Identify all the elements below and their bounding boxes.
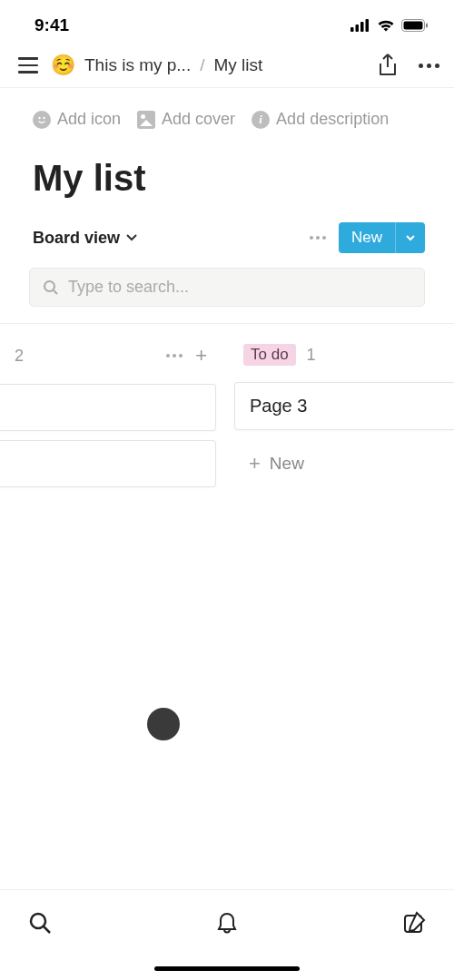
battery-icon [401,19,429,32]
new-card-label: New [270,454,304,474]
info-icon: i [252,111,270,129]
plus-icon: + [249,452,261,475]
board-column-todo: To do 1 Page 3 + New [216,344,454,496]
view-selector[interactable]: Board view [33,229,138,248]
chevron-down-icon [125,233,138,242]
add-description-label: Add description [276,110,389,129]
parent-page-emoji: ☺️ [51,54,75,77]
wifi-icon [377,19,395,32]
view-bar: Board view New [0,213,454,264]
current-page-title: My list [213,55,262,75]
new-button[interactable]: New [339,222,425,253]
menu-button[interactable] [15,54,42,77]
breadcrumb[interactable]: ☺️ This is my p... / My list [51,54,368,77]
more-icon[interactable] [419,64,439,68]
view-actions: New [310,222,425,253]
nav-actions [377,53,439,78]
column-count: 1 [307,346,316,365]
notifications-tab-icon[interactable] [214,910,240,936]
chevron-down-icon [405,234,416,241]
svg-point-8 [43,116,44,118]
share-icon[interactable] [377,53,399,78]
status-icons [350,19,429,32]
svg-rect-6 [426,24,428,28]
add-cover-label: Add cover [162,110,235,129]
svg-rect-0 [350,27,354,32]
board-column-partial: 2 + [0,344,216,496]
svg-point-7 [38,116,40,118]
svg-line-12 [44,926,50,933]
search-input[interactable] [68,278,411,297]
page-title[interactable]: My list [0,136,454,213]
svg-line-10 [54,290,57,294]
parent-page-title: This is my p... [84,55,191,75]
column-more-icon[interactable] [166,354,183,358]
column-header: 2 + [0,344,216,384]
tab-bar [0,889,454,980]
image-icon [137,111,155,129]
touch-indicator [147,708,180,740]
column-actions: + [166,344,207,368]
board-card[interactable]: Page 3 [234,382,454,430]
svg-rect-1 [356,24,360,32]
view-more-icon[interactable] [310,236,326,240]
page-actions-bar: Add icon Add cover i Add description [0,88,454,136]
svg-rect-2 [360,22,364,32]
column-header: To do 1 [234,344,454,382]
column-label[interactable]: To do [243,344,296,366]
add-icon-button[interactable]: Add icon [33,110,121,129]
search-box[interactable] [29,268,425,307]
add-description-button[interactable]: i Add description [252,110,389,129]
add-icon-label: Add icon [57,110,121,129]
smiley-icon [33,111,51,129]
status-time: 9:41 [35,15,69,35]
card-title: Page 3 [250,396,307,416]
cellular-icon [350,19,370,32]
search-tab-icon[interactable] [27,910,53,936]
svg-point-9 [44,281,54,291]
svg-rect-5 [404,22,423,30]
board-card[interactable] [0,440,216,487]
column-add-icon[interactable]: + [195,344,207,368]
status-bar: 9:41 [0,0,454,44]
svg-point-11 [31,914,45,928]
column-count: 2 [11,347,24,366]
board-area[interactable]: 2 + To do 1 Page 3 + New [0,323,454,496]
search-icon [43,279,59,296]
compose-tab-icon[interactable] [401,910,427,936]
view-name: Board view [33,229,120,248]
new-card-button[interactable]: + New [234,439,454,488]
nav-bar: ☺️ This is my p... / My list [0,44,454,88]
board-card[interactable] [0,384,216,431]
home-indicator[interactable] [154,966,300,971]
svg-rect-3 [366,19,370,32]
breadcrumb-separator: / [200,55,204,75]
add-cover-button[interactable]: Add cover [137,110,235,129]
new-button-dropdown[interactable] [395,222,425,253]
new-button-label[interactable]: New [339,222,395,253]
